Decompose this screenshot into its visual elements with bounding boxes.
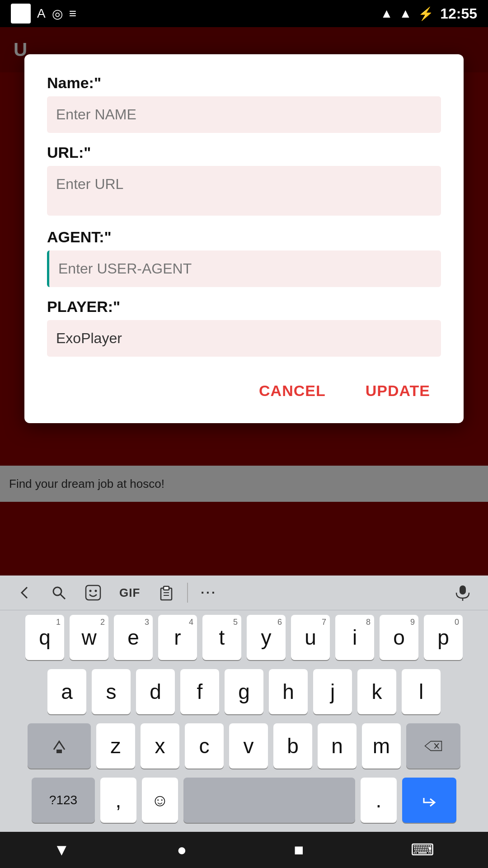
key-q[interactable]: 1q — [25, 615, 64, 660]
key-e[interactable]: 3e — [114, 615, 153, 660]
keyboard-toolbar: GIF ··· — [0, 576, 488, 610]
svg-line-1 — [61, 594, 65, 599]
dialog-actions: CANCEL UPDATE — [47, 375, 441, 407]
svg-point-3 — [89, 590, 92, 592]
keyboard-keys: 1q 2w 3e 4r 5t 6y 7u 8i 9o 0p a s d f g … — [0, 610, 488, 832]
signal-icon: ▲ — [399, 6, 412, 21]
key-b[interactable]: b — [273, 723, 312, 769]
icon-menu: ≡ — [69, 6, 76, 21]
player-label: PLAYER:" — [47, 298, 441, 316]
key-v[interactable]: v — [229, 723, 268, 769]
key-g[interactable]: g — [225, 669, 263, 714]
icon-a: A — [37, 6, 46, 21]
key-f[interactable]: f — [180, 669, 219, 714]
keyboard-clipboard-button[interactable] — [149, 580, 183, 605]
update-button[interactable]: UPDATE — [355, 375, 441, 407]
keyboard-back-button[interactable] — [7, 580, 42, 605]
svg-point-0 — [53, 587, 61, 595]
key-h[interactable]: h — [269, 669, 308, 714]
app-icon — [11, 4, 31, 24]
svg-rect-11 — [56, 750, 62, 753]
cancel-button[interactable]: CANCEL — [248, 375, 337, 407]
key-z[interactable]: z — [96, 723, 135, 769]
key-comma[interactable]: , — [100, 778, 136, 823]
keyboard-mic-button[interactable] — [445, 579, 481, 606]
keyboard-more-button[interactable]: ··· — [192, 581, 225, 604]
key-a[interactable]: a — [47, 669, 86, 714]
key-y[interactable]: 6y — [247, 615, 286, 660]
url-label: URL:" — [47, 144, 441, 161]
icon-circle: ◎ — [52, 6, 63, 21]
nav-keyboard-button[interactable]: ⌨ — [397, 836, 448, 864]
status-time: 12:55 — [440, 5, 477, 22]
bottom-nav: ▼ ● ■ ⌨ — [0, 832, 488, 868]
status-bar: A ◎ ≡ ▲ ▲ ⚡ 12:55 — [0, 0, 488, 27]
status-bar-left: A ◎ ≡ — [11, 4, 76, 24]
svg-rect-6 — [164, 586, 169, 590]
agent-input[interactable] — [47, 250, 441, 287]
key-x[interactable]: x — [141, 723, 179, 769]
nav-recent-button[interactable]: ■ — [280, 836, 317, 864]
keyboard: GIF ··· 1q 2w 3e 4r 5t 6y 7u 8i 9o 0p a … — [0, 576, 488, 868]
key-c[interactable]: c — [185, 723, 224, 769]
key-p[interactable]: 0p — [424, 615, 463, 660]
key-enter[interactable] — [402, 778, 456, 823]
key-o[interactable]: 9o — [380, 615, 418, 660]
keyboard-gif-button[interactable]: GIF — [110, 581, 149, 604]
svg-rect-9 — [460, 585, 466, 594]
keyboard-search-button[interactable] — [42, 580, 76, 605]
key-s[interactable]: s — [92, 669, 131, 714]
key-dot[interactable]: . — [361, 778, 397, 823]
key-m[interactable]: m — [362, 723, 401, 769]
key-shift[interactable] — [28, 723, 91, 769]
keyboard-row-1: 1q 2w 3e 4r 5t 6y 7u 8i 9o 0p — [0, 610, 488, 665]
nav-back-button[interactable]: ▼ — [40, 836, 84, 864]
key-j[interactable]: j — [313, 669, 352, 714]
name-label: Name:" — [47, 74, 441, 92]
keyboard-row-3: z x c v b n m — [0, 719, 488, 773]
edit-dialog: Name:" URL:" AGENT:" PLAYER:" CANCEL UPD… — [24, 54, 464, 423]
key-k[interactable]: k — [357, 669, 396, 714]
agent-label: AGENT:" — [47, 228, 441, 246]
key-n[interactable]: n — [318, 723, 357, 769]
key-r[interactable]: 4r — [158, 615, 197, 660]
keyboard-toolbar-separator — [187, 583, 188, 603]
player-input[interactable] — [47, 320, 441, 357]
key-l[interactable]: l — [402, 669, 441, 714]
nav-home-button[interactable]: ● — [163, 836, 200, 864]
name-input[interactable] — [47, 96, 441, 133]
key-i[interactable]: 8i — [335, 615, 374, 660]
key-w[interactable]: 2w — [70, 615, 108, 660]
key-emoji[interactable]: ☺ — [142, 778, 178, 823]
url-input[interactable] — [47, 166, 441, 216]
key-backspace[interactable] — [406, 723, 460, 769]
keyboard-row-4: ?123 , ☺ . — [0, 773, 488, 827]
key-space[interactable] — [183, 778, 355, 823]
status-bar-right: ▲ ▲ ⚡ 12:55 — [380, 5, 477, 22]
key-u[interactable]: 7u — [291, 615, 330, 660]
key-num-sym[interactable]: ?123 — [32, 778, 95, 823]
key-t[interactable]: 5t — [202, 615, 241, 660]
keyboard-sticker-button[interactable] — [76, 580, 110, 605]
battery-icon: ⚡ — [418, 6, 434, 21]
key-d[interactable]: d — [136, 669, 175, 714]
svg-rect-2 — [86, 585, 100, 600]
svg-point-4 — [95, 590, 97, 592]
wifi-icon: ▲ — [380, 6, 393, 21]
keyboard-row-2: a s d f g h j k l — [0, 665, 488, 719]
